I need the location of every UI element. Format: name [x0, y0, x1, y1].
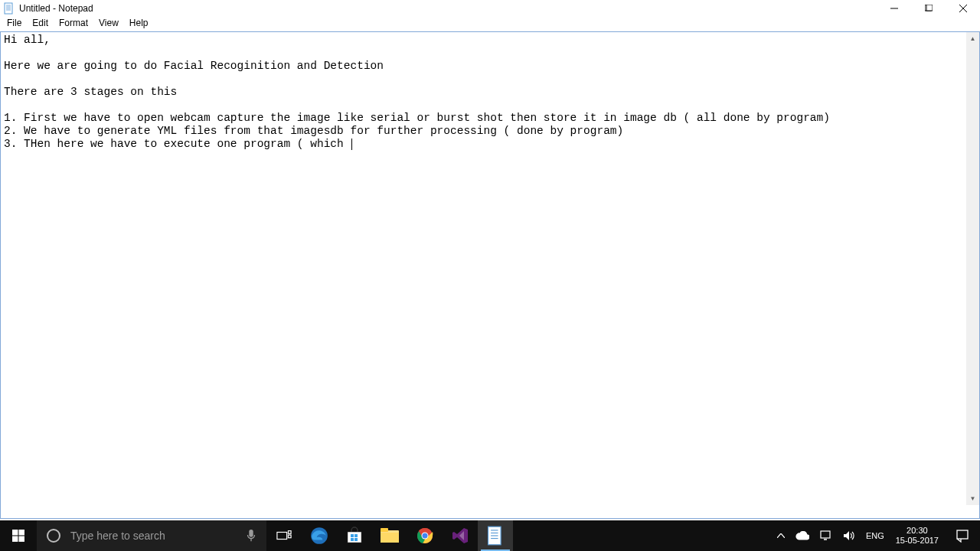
minimize-button[interactable]: [877, 0, 911, 17]
system-tray: ENG 20:30 15-05-2017: [772, 520, 980, 551]
svg-rect-24: [351, 538, 354, 541]
tray-onedrive-icon[interactable]: [790, 520, 815, 551]
tray-clock[interactable]: 20:30 15-05-2017: [890, 520, 945, 551]
tray-language[interactable]: ENG: [861, 520, 890, 551]
cortana-icon[interactable]: [37, 528, 70, 543]
task-view-button[interactable]: [266, 520, 302, 551]
svg-point-14: [47, 530, 60, 542]
text-cursor: [351, 139, 352, 150]
svg-rect-25: [354, 538, 358, 541]
svg-rect-39: [957, 530, 968, 539]
svg-rect-11: [18, 530, 24, 535]
taskbar-notepad[interactable]: [478, 520, 513, 551]
window-controls: [877, 0, 980, 17]
scroll-down-arrow[interactable]: ▼: [966, 492, 979, 505]
search-box[interactable]: [37, 520, 266, 551]
svg-rect-37: [821, 531, 830, 538]
menu-edit[interactable]: Edit: [27, 17, 54, 31]
taskbar-visual-studio[interactable]: [443, 520, 478, 551]
menu-file[interactable]: File: [2, 17, 27, 31]
titlebar: Untitled - Notepad: [0, 0, 980, 17]
svg-point-31: [423, 533, 428, 539]
window-title: Untitled - Notepad: [19, 3, 877, 14]
task-icons: [266, 520, 513, 551]
close-button[interactable]: [946, 0, 980, 17]
scroll-up-arrow[interactable]: ▲: [966, 32, 979, 45]
maximize-button[interactable]: [911, 0, 946, 17]
menubar: File Edit Format View Help: [0, 17, 980, 31]
windows-icon: [12, 530, 25, 543]
tray-network-icon[interactable]: [815, 520, 838, 551]
vertical-scrollbar[interactable]: ▲ ▼: [966, 32, 979, 505]
svg-rect-22: [351, 534, 354, 537]
svg-rect-12: [12, 536, 18, 541]
svg-rect-17: [277, 532, 287, 539]
taskbar-edge[interactable]: [302, 520, 337, 551]
svg-rect-23: [354, 534, 358, 537]
taskbar-file-explorer[interactable]: [372, 520, 407, 551]
svg-rect-27: [381, 528, 388, 532]
tray-time: 20:30: [906, 526, 928, 536]
svg-rect-13: [18, 536, 24, 541]
editor-content: Hi all, Here we are going to do Facial R…: [4, 34, 830, 150]
taskbar: ENG 20:30 15-05-2017: [0, 520, 980, 551]
menu-help[interactable]: Help: [124, 17, 154, 31]
svg-rect-28: [381, 533, 399, 543]
svg-rect-18: [288, 531, 291, 534]
svg-rect-7: [926, 5, 933, 11]
taskbar-store[interactable]: [337, 520, 372, 551]
mic-icon[interactable]: [236, 529, 266, 543]
taskbar-chrome[interactable]: [407, 520, 443, 551]
search-input[interactable]: [70, 530, 236, 542]
tray-chevron-up-icon[interactable]: [772, 520, 790, 551]
tray-date: 15-05-2017: [896, 536, 939, 546]
notepad-icon: [3, 2, 15, 15]
start-button[interactable]: [0, 520, 37, 551]
tray-volume-icon[interactable]: [838, 520, 861, 551]
menu-view[interactable]: View: [93, 17, 124, 31]
editor-area: Hi all, Here we are going to do Facial R…: [0, 31, 980, 519]
svg-rect-19: [288, 535, 291, 538]
svg-rect-15: [249, 530, 253, 537]
text-editor[interactable]: Hi all, Here we are going to do Facial R…: [1, 32, 966, 518]
menu-format[interactable]: Format: [54, 17, 93, 31]
tray-notifications-icon[interactable]: [945, 520, 980, 551]
svg-rect-10: [12, 530, 18, 535]
